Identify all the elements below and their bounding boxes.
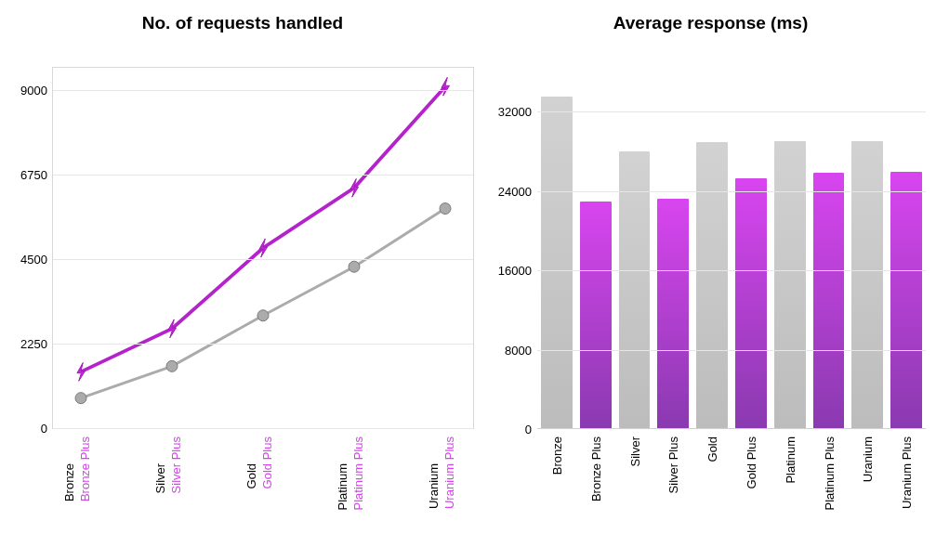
y-tick-label: 0 xyxy=(485,423,532,436)
gridline xyxy=(537,191,926,192)
x-tick-group: SilverSilver Plus xyxy=(153,436,183,493)
y-tick-label: 6750 xyxy=(5,168,47,182)
data-point-base xyxy=(166,360,178,371)
line-chart-x-axis: BronzeBronze PlusSilverSilver PlusGoldGo… xyxy=(52,429,474,540)
bar xyxy=(696,142,728,428)
x-tick-label: Bronze Plus xyxy=(588,436,602,501)
bar-chart-bars xyxy=(537,67,926,428)
x-tick-label: Platinum xyxy=(783,436,797,484)
x-tick-label: Silver xyxy=(627,436,641,467)
x-tick-label: Uranium Plus xyxy=(900,436,914,509)
x-tick-label: Bronze xyxy=(549,436,563,475)
y-tick-label: 9000 xyxy=(5,84,47,98)
x-tick-label-plus: Gold Plus xyxy=(260,436,274,488)
bar xyxy=(580,202,612,428)
bar xyxy=(541,97,573,428)
x-tick-label: Gold Plus xyxy=(744,436,758,488)
bar xyxy=(813,173,845,428)
x-tick-label-plus: Silver Plus xyxy=(169,436,183,493)
line-series-base xyxy=(81,209,445,398)
data-point-base xyxy=(440,203,451,215)
x-tick-label-base: Platinum xyxy=(336,436,349,510)
gridline xyxy=(537,111,926,112)
bolt-icon xyxy=(350,178,359,197)
x-tick-group: BronzeBronze Plus xyxy=(62,436,92,501)
gridline xyxy=(537,350,926,351)
gridline xyxy=(53,90,473,91)
bar xyxy=(619,151,651,428)
x-tick-label-plus: Bronze Plus xyxy=(78,436,92,501)
bolt-icon xyxy=(259,239,268,257)
bar xyxy=(657,199,689,428)
x-tick-label-plus: Uranium Plus xyxy=(442,436,456,509)
bolt-icon xyxy=(442,77,450,96)
y-tick-label: 16000 xyxy=(485,264,532,278)
x-tick-label-base: Uranium xyxy=(427,436,441,509)
x-tick-group: PlatinumPlatinum Plus xyxy=(336,436,365,510)
bar-chart-title: Average response (ms) xyxy=(485,13,936,39)
bar xyxy=(851,141,883,428)
x-tick-label: Silver Plus xyxy=(666,436,680,493)
gridline xyxy=(537,270,926,271)
data-point-base xyxy=(257,310,269,321)
y-tick-label: 2250 xyxy=(5,337,47,351)
x-tick-label-plus: Platinum Plus xyxy=(351,436,365,510)
line-chart-svg xyxy=(53,68,473,428)
x-tick-label-base: Gold xyxy=(244,436,258,488)
x-tick-label: Platinum Plus xyxy=(822,436,836,510)
x-tick-group: UraniumUranium Plus xyxy=(427,436,456,509)
bar xyxy=(735,178,767,428)
y-tick-label: 0 xyxy=(5,422,47,436)
line-series-plus xyxy=(81,86,445,371)
data-point-base xyxy=(75,393,86,404)
data-point-base xyxy=(349,261,360,272)
line-chart-plot-area: 02250450067509000 xyxy=(52,67,474,429)
charts-container: No. of requests handled 0225045006750900… xyxy=(0,0,936,560)
line-chart-title: No. of requests handled xyxy=(0,13,485,39)
bar-chart-panel: Average response (ms) 080001600024000320… xyxy=(485,0,936,560)
bar xyxy=(774,141,806,428)
y-tick-label: 32000 xyxy=(485,105,532,119)
line-chart-panel: No. of requests handled 0225045006750900… xyxy=(0,0,485,560)
bar xyxy=(890,172,922,428)
y-tick-label: 4500 xyxy=(5,253,47,267)
gridline xyxy=(53,344,473,345)
x-tick-group: GoldGold Plus xyxy=(244,436,274,488)
gridline xyxy=(53,175,473,176)
y-tick-label: 8000 xyxy=(485,343,532,357)
bar-chart-plot-area: 08000160002400032000 xyxy=(537,67,926,429)
bolt-icon xyxy=(168,319,177,338)
x-tick-label-base: Bronze xyxy=(62,436,76,501)
gridline xyxy=(53,259,473,260)
y-tick-label: 24000 xyxy=(485,184,532,198)
x-tick-label: Uranium xyxy=(861,436,875,482)
x-tick-label: Gold xyxy=(705,436,719,462)
x-tick-label-base: Silver xyxy=(153,436,167,493)
bar-chart-x-axis: BronzeBronze PlusSilverSilver PlusGoldGo… xyxy=(537,429,926,540)
bolt-icon xyxy=(77,362,86,381)
